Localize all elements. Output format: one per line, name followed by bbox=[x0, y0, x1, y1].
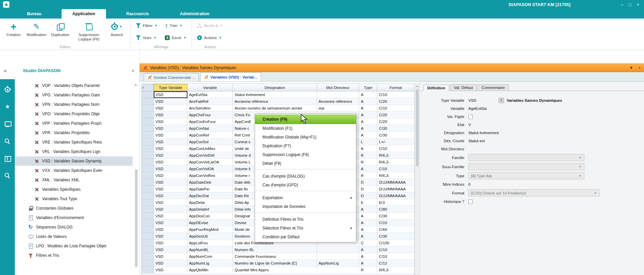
var-figee-checkbox[interactable] bbox=[468, 115, 473, 119]
cell-type-variable[interactable]: VSD bbox=[154, 118, 187, 125]
cell-type-variable[interactable]: VSD bbox=[154, 159, 187, 165]
cell-format[interactable]: C/10 bbox=[377, 246, 414, 253]
row-selector[interactable] bbox=[142, 226, 154, 233]
cell-variable[interactable]: AncFabRef bbox=[187, 98, 233, 105]
cell-type[interactable]: R bbox=[359, 172, 377, 179]
cell-format[interactable]: D/JJ/MM/AAAA bbox=[377, 192, 414, 199]
cell-variable[interactable]: AppGesUti bbox=[187, 233, 233, 240]
cell-variable[interactable]: AppConEnFour bbox=[187, 118, 233, 125]
menu-tab[interactable]: Application bbox=[62, 9, 106, 19]
cell-mot-directeur[interactable] bbox=[317, 253, 359, 260]
filtrer-button[interactable]: Filtrer ▼ bbox=[136, 20, 157, 32]
row-selector[interactable] bbox=[142, 192, 154, 199]
cell-designation[interactable]: Commande Fournisseur bbox=[233, 253, 317, 260]
row-selector[interactable] bbox=[142, 206, 154, 213]
cell-type[interactable]: A bbox=[359, 125, 377, 132]
cell-variable[interactable]: AppDecDat bbox=[187, 192, 233, 199]
cell-type[interactable]: L bbox=[359, 139, 377, 145]
cell-designation[interactable]: Numero BL bbox=[233, 246, 317, 253]
table-row[interactable]: VSD AppNumLig Numéro de Ligne de Command… bbox=[142, 260, 414, 267]
cell-type-variable[interactable]: VSD bbox=[154, 105, 187, 112]
cell-mot-directeur[interactable] bbox=[317, 267, 359, 273]
cell-type[interactable]: A bbox=[359, 91, 377, 98]
cell-mot-directeur[interactable]: AppNumLig bbox=[317, 260, 359, 267]
row-selector[interactable] bbox=[142, 139, 154, 145]
cell-type[interactable]: A bbox=[359, 206, 377, 213]
cell-type-variable[interactable]: VSD bbox=[154, 125, 187, 132]
famille-select[interactable]: ▼ bbox=[468, 154, 584, 161]
context-menu-item[interactable]: Cas d'emploi (GFD) bbox=[255, 181, 356, 191]
cell-type-variable[interactable]: VSD bbox=[154, 192, 187, 199]
cell-mot-directeur[interactable]: isia bbox=[317, 105, 359, 112]
sidebar-close-icon[interactable]: × bbox=[132, 68, 135, 73]
cell-type[interactable]: A bbox=[359, 112, 377, 118]
excel-button[interactable]: Excel ▼ bbox=[165, 32, 186, 44]
cell-variable[interactable]: AppQteMin bbox=[187, 267, 233, 273]
cell-variable[interactable]: AppNumCom bbox=[187, 253, 233, 260]
tree-item[interactable]: VPO : Variables Propriétés Obje bbox=[15, 109, 133, 119]
grid-column-header[interactable]: Variable bbox=[187, 84, 233, 91]
row-selector[interactable] bbox=[142, 132, 154, 139]
cell-variable[interactable]: AppConUnMes bbox=[187, 145, 233, 152]
cell-designation[interactable]: Ancienne référence bbox=[233, 98, 317, 105]
cell-variable[interactable]: AppNumBL bbox=[187, 246, 233, 253]
row-selector[interactable] bbox=[142, 199, 154, 206]
cell-type-variable[interactable]: VSD bbox=[154, 139, 187, 145]
detail-tab[interactable]: Définition bbox=[423, 85, 449, 91]
view-close-icon[interactable]: × bbox=[639, 66, 641, 70]
cell-designation[interactable]: Ancien numéro de semaine/num année bbox=[233, 105, 317, 112]
grid-column-header[interactable]: Désignation bbox=[233, 84, 317, 91]
select-all-corner[interactable] bbox=[142, 84, 154, 91]
row-selector[interactable] bbox=[142, 145, 154, 152]
tree-item[interactable]: VRE : Variables Spécifiques Reto bbox=[15, 138, 133, 147]
row-selector[interactable] bbox=[142, 240, 154, 246]
context-menu-item[interactable]: Modification (F1) bbox=[255, 124, 356, 133]
row-selector[interactable] bbox=[142, 260, 154, 267]
grid-column-header[interactable]: Format bbox=[377, 84, 414, 91]
tree-item[interactable]: Variables Tout Type bbox=[15, 194, 133, 204]
cell-variable[interactable]: AppDateFin bbox=[187, 186, 233, 192]
cell-format[interactable]: L+/- bbox=[377, 139, 414, 145]
context-menu-item[interactable]: Cas d'emploi (DIALOG) bbox=[255, 172, 356, 181]
cell-type-variable[interactable]: VSD bbox=[154, 145, 187, 152]
row-selector[interactable] bbox=[142, 253, 154, 260]
tree-item[interactable]: VPN : Variables Partagées Nom bbox=[15, 100, 133, 109]
avance-button[interactable]: ▼ Avancé bbox=[107, 20, 127, 37]
cell-variable[interactable]: AppDEvise bbox=[187, 219, 233, 226]
cell-variable[interactable]: AncSemAnn bbox=[187, 105, 233, 112]
cell-type-variable[interactable]: VSD bbox=[154, 112, 187, 118]
cell-variable[interactable]: AgeEvtSta bbox=[187, 91, 233, 98]
cell-type[interactable]: A bbox=[359, 260, 377, 267]
cell-type[interactable]: A bbox=[359, 132, 377, 139]
cell-type[interactable]: A bbox=[359, 98, 377, 105]
table-row[interactable]: VSD AppNumBL Numero BL A C/10 bbox=[142, 246, 414, 253]
grid-column-header[interactable]: Type bbox=[359, 84, 377, 91]
context-menu-item[interactable]: Définition Filtres et Tris bbox=[255, 215, 356, 224]
cell-type-variable[interactable]: VSD bbox=[154, 186, 187, 192]
cell-type[interactable]: A bbox=[359, 233, 377, 240]
cell-type-variable[interactable]: VSD bbox=[154, 206, 187, 213]
cell-format[interactable]: R/6,3- bbox=[377, 267, 414, 273]
tree-scrollbar[interactable]: ▲ bbox=[134, 81, 138, 273]
row-selector[interactable] bbox=[142, 172, 154, 179]
cell-variable[interactable]: AppDesCon bbox=[187, 213, 233, 219]
cell-type[interactable]: A bbox=[359, 145, 377, 152]
table-row[interactable]: VSD AncFabRef Ancienne référence Ancienn… bbox=[142, 98, 414, 105]
cell-type[interactable]: E bbox=[359, 199, 377, 206]
minimize-button[interactable]: – bbox=[621, 0, 623, 9]
row-selector[interactable] bbox=[142, 233, 154, 240]
context-menu-item[interactable]: Suppression Logique (F6) bbox=[255, 150, 356, 159]
cell-type-variable[interactable]: VSD bbox=[154, 253, 187, 260]
cell-variable[interactable]: AppDateDeb bbox=[187, 179, 233, 186]
close-button[interactable]: × bbox=[637, 0, 639, 9]
cell-format[interactable]: C/30 bbox=[377, 132, 414, 139]
tree-item[interactable]: VOP : Variables Objets Paramét bbox=[15, 81, 133, 90]
cell-format[interactable]: C/25 bbox=[377, 98, 414, 105]
cell-type-variable[interactable]: VSD bbox=[154, 132, 187, 139]
grid-scrollbar[interactable]: ▲ bbox=[415, 84, 419, 275]
detail-tab[interactable]: Val. Défaut bbox=[450, 84, 477, 91]
cell-type[interactable]: D bbox=[359, 179, 377, 186]
context-menu-item[interactable]: Détail (F8) bbox=[255, 159, 356, 170]
cell-variable[interactable]: AppConVolLieOA bbox=[187, 159, 233, 165]
tree-item[interactable]: VPP : Variables Partagées Propri bbox=[15, 119, 133, 128]
